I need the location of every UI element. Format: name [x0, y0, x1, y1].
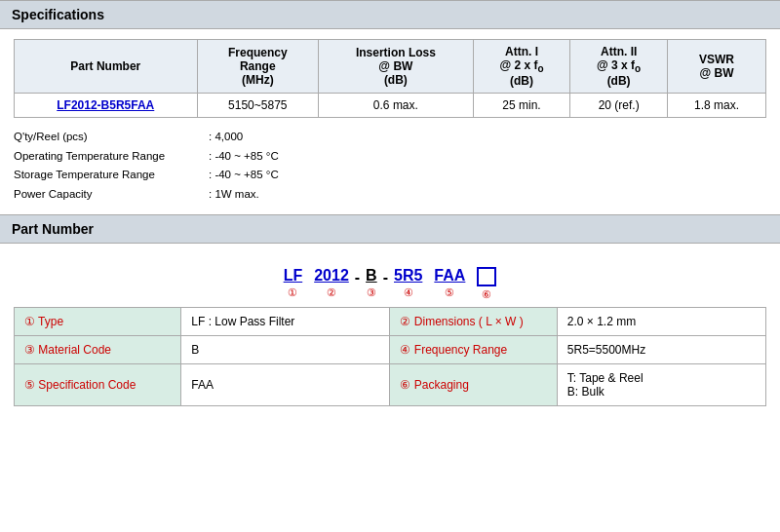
part-number-content: LF ① 2012 ② - B ③ - 5R5 ④ FAA ⑤ ⑥ ① Type… — [0, 244, 780, 416]
detail-value: FAA — [181, 363, 390, 405]
detail-value: 5R5=5500MHz — [557, 335, 765, 363]
col-part-number: Part Number — [15, 40, 198, 94]
specifications-table: Part Number FrequencyRange(MHz) Insertio… — [14, 39, 766, 118]
detail-row: ① Type LF : Low Pass Filter ② Dimensions… — [15, 307, 766, 335]
footnote-item: Operating Temperature Range: -40 ~ +85 °… — [14, 147, 766, 167]
cell-freq-range: 5150~5875 — [197, 94, 319, 118]
part-segment: 2012 ② — [314, 267, 349, 299]
seg-num: ⑥ — [482, 288, 491, 301]
part-number-header: Part Number — [0, 214, 780, 244]
col-freq-range: FrequencyRange(MHz) — [197, 40, 319, 94]
part-segment: FAA ⑤ — [434, 267, 465, 299]
part-breakdown: LF ① 2012 ② - B ③ - 5R5 ④ FAA ⑤ ⑥ — [14, 267, 766, 301]
specifications-section: Specifications Part Number FrequencyRang… — [0, 0, 780, 214]
seg-num: ② — [327, 286, 336, 299]
part-segment: 5R5 ④ — [394, 267, 422, 299]
cell-attn-ii: 20 (ref.) — [570, 94, 668, 118]
seg-num: ③ — [367, 286, 376, 299]
detail-label: ⑤ Specification Code — [15, 363, 181, 405]
detail-row: ⑤ Specification Code FAA ⑥ Packaging T: … — [15, 363, 766, 405]
seg-label: 5R5 — [394, 267, 422, 285]
detail-table: ① Type LF : Low Pass Filter ② Dimensions… — [14, 307, 766, 406]
part-segment: LF ① — [284, 267, 303, 299]
footnote-value: : 4,000 — [209, 131, 243, 142]
seg-label: 2012 — [314, 267, 349, 285]
seg-label: B — [366, 267, 377, 285]
footnote-item: Storage Temperature Range: -40 ~ +85 °C — [14, 166, 766, 185]
col-vswr: VSWR@ BW — [667, 40, 765, 94]
detail-value: LF : Low Pass Filter — [181, 307, 390, 335]
cell-insertion-loss: 0.6 max. — [319, 94, 474, 118]
detail-label: ③ Material Code — [15, 335, 181, 363]
detail-value: 2.0 × 1.2 mm — [557, 307, 765, 335]
detail-value: T: Tape & ReelB: Bulk — [557, 363, 765, 405]
detail-value: B — [181, 335, 390, 363]
specifications-title: Specifications — [12, 7, 104, 22]
footnote-value: : -40 ~ +85 °C — [209, 150, 279, 162]
footnote-item: Q'ty/Reel (pcs): 4,000 — [14, 128, 766, 147]
detail-label: ② Dimensions ( L × W ) — [390, 307, 557, 335]
specifications-content: Part Number FrequencyRange(MHz) Insertio… — [0, 29, 780, 214]
part-separator: - — [355, 267, 360, 285]
part-segment: B ③ — [366, 267, 377, 299]
col-attn-i: Attn. I@ 2 x fo(dB) — [473, 40, 570, 94]
footnote-value: : -40 ~ +85 °C — [209, 169, 279, 180]
part-number-section: Part Number LF ① 2012 ② - B ③ - 5R5 ④ FA… — [0, 214, 780, 416]
col-insertion-loss: Insertion Loss@ BW(dB) — [319, 40, 474, 94]
detail-label: ① Type — [15, 307, 181, 335]
seg-box — [477, 267, 496, 286]
part-segment: ⑥ — [477, 267, 496, 301]
col-attn-ii: Attn. II@ 3 x fo(dB) — [570, 40, 668, 94]
seg-label: FAA — [434, 267, 465, 285]
seg-num: ④ — [404, 286, 413, 299]
footnote-label: Q'ty/Reel (pcs) — [14, 128, 209, 147]
footnote-label: Operating Temperature Range — [14, 147, 209, 167]
footnotes: Q'ty/Reel (pcs): 4,000Operating Temperat… — [14, 128, 766, 204]
seg-num: ⑤ — [445, 286, 454, 299]
detail-label: ⑥ Packaging — [390, 363, 557, 405]
seg-label: LF — [284, 267, 303, 285]
cell-vswr: 1.8 max. — [667, 94, 765, 118]
part-number-title: Part Number — [12, 221, 94, 237]
table-row: LF2012-B5R5FAA 5150~5875 0.6 max. 25 min… — [15, 94, 766, 118]
cell-part-number: LF2012-B5R5FAA — [15, 94, 198, 118]
detail-row: ③ Material Code B ④ Frequency Range 5R5=… — [15, 335, 766, 363]
detail-label: ④ Frequency Range — [390, 335, 557, 363]
footnote-value: : 1W max. — [209, 188, 259, 200]
footnote-item: Power Capacity: 1W max. — [14, 185, 766, 205]
footnote-label: Power Capacity — [14, 185, 209, 205]
table-header-row: Part Number FrequencyRange(MHz) Insertio… — [15, 40, 766, 94]
footnote-label: Storage Temperature Range — [14, 166, 209, 185]
seg-num: ① — [288, 286, 297, 299]
part-separator: - — [383, 267, 388, 285]
specifications-header: Specifications — [0, 0, 780, 29]
cell-attn-i: 25 min. — [473, 94, 570, 118]
